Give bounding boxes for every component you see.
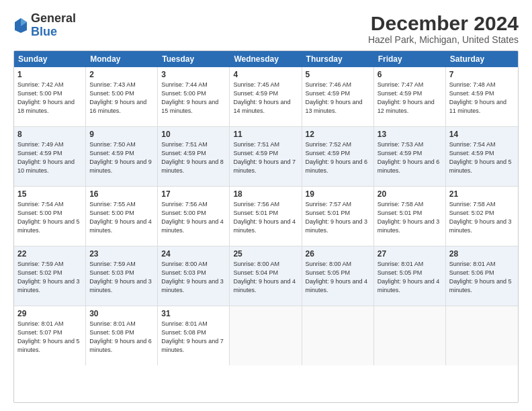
page: General Blue December 2024 Hazel Park, M… xyxy=(0,0,532,411)
day-info: Sunrise: 7:44 AMSunset: 5:00 PMDaylight:… xyxy=(161,81,226,116)
day-number: 8 xyxy=(17,130,82,139)
day-info: Sunrise: 8:01 AMSunset: 5:06 PMDaylight:… xyxy=(449,260,515,295)
calendar-cell: 6Sunrise: 7:47 AMSunset: 4:59 PMDaylight… xyxy=(374,67,446,126)
calendar-cell: 5Sunrise: 7:46 AMSunset: 4:59 PMDaylight… xyxy=(302,67,374,126)
day-info: Sunrise: 8:01 AMSunset: 5:08 PMDaylight:… xyxy=(161,320,226,355)
calendar-cell: 20Sunrise: 7:58 AMSunset: 5:01 PMDayligh… xyxy=(374,187,446,246)
calendar-cell: 7Sunrise: 7:48 AMSunset: 4:59 PMDaylight… xyxy=(446,67,518,126)
day-number: 30 xyxy=(89,309,154,318)
subtitle: Hazel Park, Michigan, United States xyxy=(368,34,519,45)
calendar-row-3: 15Sunrise: 7:54 AMSunset: 5:00 PMDayligh… xyxy=(14,187,518,246)
calendar-cell: 12Sunrise: 7:52 AMSunset: 4:59 PMDayligh… xyxy=(302,127,374,186)
header-saturday: Saturday xyxy=(446,51,518,67)
calendar-cell: 8Sunrise: 7:49 AMSunset: 4:59 PMDaylight… xyxy=(14,127,86,186)
calendar-cell: 16Sunrise: 7:55 AMSunset: 5:00 PMDayligh… xyxy=(86,187,158,246)
day-info: Sunrise: 8:01 AMSunset: 5:05 PMDaylight:… xyxy=(378,260,442,295)
day-info: Sunrise: 7:51 AMSunset: 4:59 PMDaylight:… xyxy=(161,140,226,175)
day-info: Sunrise: 8:00 AMSunset: 5:04 PMDaylight:… xyxy=(233,260,298,295)
calendar-row-1: 1Sunrise: 7:42 AMSunset: 5:00 PMDaylight… xyxy=(14,67,518,127)
day-info: Sunrise: 7:56 AMSunset: 5:00 PMDaylight:… xyxy=(161,200,226,235)
calendar-cell: 21Sunrise: 7:58 AMSunset: 5:02 PMDayligh… xyxy=(446,187,518,246)
day-number: 1 xyxy=(17,70,82,79)
calendar-cell: 17Sunrise: 7:56 AMSunset: 5:00 PMDayligh… xyxy=(158,187,230,246)
day-number: 24 xyxy=(161,249,226,259)
calendar-cell: 1Sunrise: 7:42 AMSunset: 5:00 PMDaylight… xyxy=(14,67,86,126)
day-number: 12 xyxy=(306,130,370,139)
day-info: Sunrise: 8:00 AMSunset: 5:05 PMDaylight:… xyxy=(306,260,370,295)
day-info: Sunrise: 7:55 AMSunset: 5:00 PMDaylight:… xyxy=(89,200,154,235)
day-number: 27 xyxy=(378,249,442,259)
day-number: 18 xyxy=(233,189,298,199)
calendar-cell: 24Sunrise: 8:00 AMSunset: 5:03 PMDayligh… xyxy=(158,246,230,306)
day-info: Sunrise: 7:46 AMSunset: 4:59 PMDaylight:… xyxy=(306,81,370,116)
header: General Blue December 2024 Hazel Park, M… xyxy=(13,12,519,45)
calendar-cell: 30Sunrise: 8:01 AMSunset: 5:08 PMDayligh… xyxy=(86,306,158,365)
calendar-cell: 18Sunrise: 7:56 AMSunset: 5:01 PMDayligh… xyxy=(230,187,302,246)
main-title: December 2024 xyxy=(368,12,519,34)
day-number: 25 xyxy=(233,249,298,259)
header-wednesday: Wednesday xyxy=(230,51,302,67)
calendar-row-4: 22Sunrise: 7:59 AMSunset: 5:02 PMDayligh… xyxy=(14,246,518,306)
day-number: 15 xyxy=(17,189,82,199)
calendar-cell: 4Sunrise: 7:45 AMSunset: 4:59 PMDaylight… xyxy=(230,67,302,126)
day-number: 14 xyxy=(449,130,515,139)
day-info: Sunrise: 7:45 AMSunset: 4:59 PMDaylight:… xyxy=(233,81,298,116)
calendar-cell: 31Sunrise: 8:01 AMSunset: 5:08 PMDayligh… xyxy=(158,306,230,365)
calendar-cell xyxy=(230,306,302,365)
day-number: 13 xyxy=(378,130,442,139)
day-number: 23 xyxy=(89,249,154,259)
header-tuesday: Tuesday xyxy=(158,51,230,67)
calendar-body: 1Sunrise: 7:42 AMSunset: 5:00 PMDaylight… xyxy=(14,67,518,365)
logo-text: General Blue xyxy=(31,12,76,39)
calendar-cell xyxy=(374,306,446,365)
header-friday: Friday xyxy=(374,51,446,67)
day-info: Sunrise: 8:00 AMSunset: 5:03 PMDaylight:… xyxy=(161,260,226,295)
day-info: Sunrise: 7:54 AMSunset: 5:00 PMDaylight:… xyxy=(17,200,82,235)
day-number: 22 xyxy=(17,249,82,259)
calendar-cell: 14Sunrise: 7:54 AMSunset: 4:59 PMDayligh… xyxy=(446,127,518,186)
day-info: Sunrise: 7:53 AMSunset: 4:59 PMDaylight:… xyxy=(378,140,442,175)
day-info: Sunrise: 7:51 AMSunset: 4:59 PMDaylight:… xyxy=(233,140,298,175)
calendar-row-2: 8Sunrise: 7:49 AMSunset: 4:59 PMDaylight… xyxy=(14,127,518,187)
day-info: Sunrise: 8:01 AMSunset: 5:08 PMDaylight:… xyxy=(89,320,154,355)
day-info: Sunrise: 7:57 AMSunset: 5:01 PMDaylight:… xyxy=(306,200,370,235)
title-block: December 2024 Hazel Park, Michigan, Unit… xyxy=(368,12,519,45)
day-info: Sunrise: 7:50 AMSunset: 4:59 PMDaylight:… xyxy=(89,140,154,175)
calendar-cell: 2Sunrise: 7:43 AMSunset: 5:00 PMDaylight… xyxy=(86,67,158,126)
calendar-cell: 19Sunrise: 7:57 AMSunset: 5:01 PMDayligh… xyxy=(302,187,374,246)
day-info: Sunrise: 7:52 AMSunset: 4:59 PMDaylight:… xyxy=(306,140,370,175)
day-info: Sunrise: 7:59 AMSunset: 5:02 PMDaylight:… xyxy=(17,260,82,295)
day-number: 2 xyxy=(89,70,154,79)
day-number: 4 xyxy=(233,70,298,79)
calendar-row-5: 29Sunrise: 8:01 AMSunset: 5:07 PMDayligh… xyxy=(14,306,518,365)
day-info: Sunrise: 7:56 AMSunset: 5:01 PMDaylight:… xyxy=(233,200,298,235)
day-info: Sunrise: 7:49 AMSunset: 4:59 PMDaylight:… xyxy=(17,140,82,175)
logo-general: General xyxy=(31,12,76,26)
header-sunday: Sunday xyxy=(14,51,86,67)
calendar-cell: 15Sunrise: 7:54 AMSunset: 5:00 PMDayligh… xyxy=(14,187,86,246)
calendar-header: Sunday Monday Tuesday Wednesday Thursday… xyxy=(14,51,518,67)
calendar-cell: 3Sunrise: 7:44 AMSunset: 5:00 PMDaylight… xyxy=(158,67,230,126)
header-monday: Monday xyxy=(86,51,158,67)
calendar-cell: 11Sunrise: 7:51 AMSunset: 4:59 PMDayligh… xyxy=(230,127,302,186)
calendar-cell: 23Sunrise: 7:59 AMSunset: 5:03 PMDayligh… xyxy=(86,246,158,306)
calendar-cell: 28Sunrise: 8:01 AMSunset: 5:06 PMDayligh… xyxy=(446,246,518,306)
day-info: Sunrise: 7:43 AMSunset: 5:00 PMDaylight:… xyxy=(89,81,154,116)
day-number: 9 xyxy=(89,130,154,139)
day-info: Sunrise: 7:42 AMSunset: 5:00 PMDaylight:… xyxy=(17,81,82,116)
calendar-cell: 26Sunrise: 8:00 AMSunset: 5:05 PMDayligh… xyxy=(302,246,374,306)
day-info: Sunrise: 7:48 AMSunset: 4:59 PMDaylight:… xyxy=(449,81,515,116)
calendar-cell: 22Sunrise: 7:59 AMSunset: 5:02 PMDayligh… xyxy=(14,246,86,306)
day-number: 5 xyxy=(306,70,370,79)
day-number: 29 xyxy=(17,309,82,318)
day-number: 10 xyxy=(161,130,226,139)
day-number: 19 xyxy=(306,189,370,199)
day-number: 26 xyxy=(306,249,370,259)
calendar-cell: 29Sunrise: 8:01 AMSunset: 5:07 PMDayligh… xyxy=(14,306,86,365)
calendar-cell: 10Sunrise: 7:51 AMSunset: 4:59 PMDayligh… xyxy=(158,127,230,186)
day-info: Sunrise: 8:01 AMSunset: 5:07 PMDaylight:… xyxy=(17,320,82,355)
day-info: Sunrise: 7:59 AMSunset: 5:03 PMDaylight:… xyxy=(89,260,154,295)
day-info: Sunrise: 7:58 AMSunset: 5:02 PMDaylight:… xyxy=(449,200,515,235)
day-number: 28 xyxy=(449,249,515,259)
day-number: 31 xyxy=(161,309,226,318)
